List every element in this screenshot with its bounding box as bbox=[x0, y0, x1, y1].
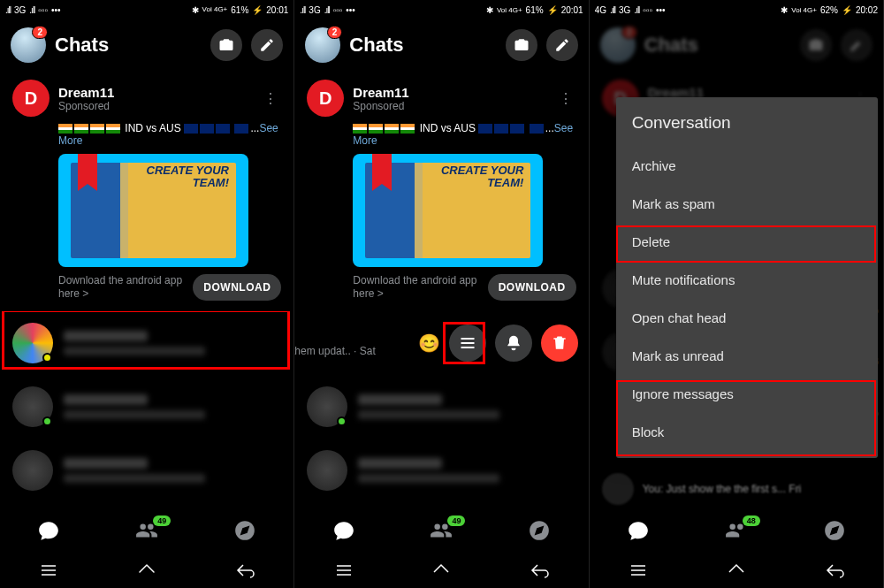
nav-home[interactable] bbox=[120, 560, 173, 581]
chat-row[interactable] bbox=[294, 375, 588, 439]
menu-ignore[interactable]: Ignore messages bbox=[616, 375, 878, 413]
menu-block[interactable]: Block bbox=[616, 413, 878, 451]
sponsor-caption: IND vs AUS ...See More bbox=[58, 122, 281, 147]
download-button[interactable]: DOWNLOAD bbox=[488, 274, 576, 301]
panel-2-swipe-actions: .ıll 3G .ıll ▫▫▫ ••• ✱ Voi 4G+ 61% ⚡ 20:… bbox=[294, 0, 589, 588]
conversation-menu: Conversation Archive Mark as spam Delete… bbox=[616, 97, 878, 458]
chat-row[interactable] bbox=[0, 439, 293, 502]
chat-list[interactable] bbox=[0, 311, 293, 510]
swipe-chat-msg: bout them updat.. · Sat bbox=[294, 345, 417, 357]
swipe-mute-button[interactable] bbox=[495, 325, 532, 362]
swipe-menu-button[interactable] bbox=[449, 325, 486, 362]
sponsor-sub: Sponsored bbox=[58, 100, 114, 112]
chat-avatar bbox=[12, 323, 53, 363]
nav-back[interactable] bbox=[513, 560, 566, 581]
camera-button[interactable] bbox=[210, 29, 242, 61]
signal-icon: .ıll bbox=[5, 5, 11, 15]
nav-back[interactable] bbox=[218, 560, 271, 581]
page-title: Chats bbox=[55, 34, 202, 57]
clock-label: 20:01 bbox=[266, 5, 288, 15]
profile-avatar[interactable]: 2 bbox=[305, 27, 340, 63]
nav-recents[interactable] bbox=[317, 560, 370, 581]
avatar-badge: 2 bbox=[32, 26, 48, 39]
chat-avatar bbox=[12, 386, 53, 427]
app-header: 2 Chats bbox=[0, 19, 293, 71]
bluetooth-icon: ✱ bbox=[192, 5, 199, 15]
nav-home[interactable] bbox=[710, 560, 763, 581]
status-dots: ••• bbox=[51, 5, 61, 15]
menu-delete[interactable]: Delete bbox=[616, 223, 878, 261]
battery-label: 61% bbox=[231, 5, 248, 15]
net-2-label: 3G bbox=[14, 5, 26, 15]
nav-recents[interactable] bbox=[612, 560, 665, 581]
status-bar: .ıll 3G .ıll ▫▫▫ ••• ✱ Voi 4G+ 61% ⚡ 20:… bbox=[294, 0, 588, 19]
profile-avatar[interactable]: 2 bbox=[11, 27, 46, 63]
menu-open-chat-head[interactable]: Open chat head bbox=[616, 299, 878, 337]
sponsored-card[interactable]: D Dream11 Sponsored ⋮ IND vs AUS ...See … bbox=[294, 71, 588, 311]
panel-1-chats-list: .ıll 3G .ıll ▫▫▫ ••• ✱ Voi 4G+ 61% ⚡ 20:… bbox=[0, 0, 294, 588]
chat-row[interactable] bbox=[0, 311, 293, 375]
bottom-tabs: 49 bbox=[0, 510, 293, 553]
sponsor-media[interactable]: CREATE YOURTEAM! bbox=[58, 154, 248, 267]
tab-people[interactable]: 49 bbox=[430, 519, 453, 546]
menu-archive[interactable]: Archive bbox=[616, 147, 878, 185]
sponsor-more-icon[interactable]: ⋮ bbox=[555, 90, 576, 107]
charging-icon: ⚡ bbox=[252, 5, 263, 15]
status-bar: .ıll 3G .ıll ▫▫▫ ••• ✱ Voi 4G+ 61% ⚡ 20:… bbox=[0, 0, 293, 19]
tab-people[interactable]: 49 bbox=[135, 519, 158, 546]
camera-button[interactable] bbox=[506, 29, 537, 61]
sponsor-name: Dream11 bbox=[58, 85, 114, 100]
tab-discover[interactable] bbox=[233, 519, 256, 546]
sponsor-desc: Download the android app here > bbox=[58, 274, 186, 301]
reaction-emoji-icon: 😊 bbox=[418, 332, 440, 354]
ghost-chat-row: You: Just show the the first s... Fri bbox=[590, 473, 883, 505]
compose-button[interactable] bbox=[546, 29, 578, 61]
download-button[interactable]: DOWNLOAD bbox=[193, 274, 281, 301]
sponsored-card[interactable]: D Dream11 Sponsored ⋮ IND vs AUS ...See … bbox=[0, 71, 293, 311]
nav-home[interactable] bbox=[415, 560, 468, 581]
menu-mute[interactable]: Mute notifications bbox=[616, 261, 878, 299]
signal-icon-2: .ıll bbox=[29, 5, 34, 15]
nav-recents[interactable] bbox=[22, 560, 75, 581]
tab-chats[interactable] bbox=[37, 519, 60, 546]
swiped-chat-row[interactable]: SA bout them updat.. · Sat 😊 bbox=[294, 311, 588, 375]
nav-back[interactable] bbox=[808, 560, 861, 581]
tab-discover[interactable] bbox=[823, 519, 846, 546]
tab-chats[interactable] bbox=[627, 519, 650, 546]
menu-title: Conversation bbox=[616, 101, 878, 147]
people-badge: 49 bbox=[153, 515, 171, 526]
android-nav-bar bbox=[0, 553, 293, 588]
chat-row[interactable] bbox=[0, 375, 293, 439]
sponsor-more-icon[interactable]: ⋮ bbox=[260, 90, 281, 107]
compose-button[interactable] bbox=[251, 29, 283, 61]
menu-mark-unread[interactable]: Mark as unread bbox=[616, 337, 878, 375]
tab-chats[interactable] bbox=[332, 519, 355, 546]
tab-people[interactable]: 48 bbox=[725, 519, 748, 546]
swipe-delete-button[interactable] bbox=[541, 325, 578, 362]
sponsor-avatar: D bbox=[12, 80, 50, 117]
swipe-chat-name: SA bbox=[294, 330, 417, 345]
chat-avatar bbox=[12, 450, 53, 491]
tab-discover[interactable] bbox=[528, 519, 551, 546]
status-bar: 4G .ıll 3G .ıll ▫▫▫ ••• ✱ Voi 4G+ 62% ⚡ … bbox=[590, 0, 883, 19]
menu-mark-spam[interactable]: Mark as spam bbox=[616, 185, 878, 223]
chat-row[interactable] bbox=[294, 439, 588, 502]
panel-3-conversation-menu: 4G .ıll 3G .ıll ▫▫▫ ••• ✱ Voi 4G+ 62% ⚡ … bbox=[590, 0, 884, 588]
